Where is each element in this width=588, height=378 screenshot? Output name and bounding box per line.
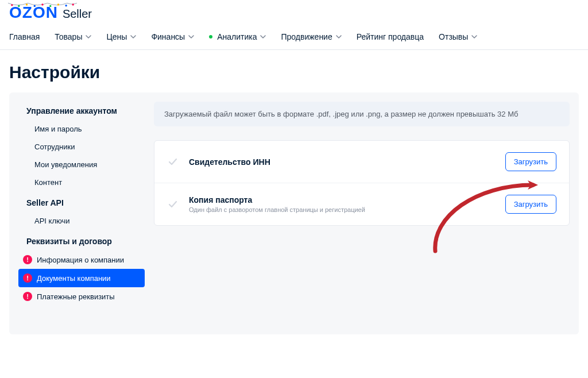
- sidebar-item[interactable]: !Информация о компании: [18, 250, 145, 269]
- sidebar-item[interactable]: Имя и пароль: [18, 120, 145, 138]
- check-icon: [167, 199, 179, 210]
- chevron-down-icon: [188, 34, 194, 40]
- check-icon: [167, 156, 179, 168]
- svg-point-7: [65, 5, 67, 6]
- nav-item-label: Рейтинг продавца: [357, 32, 424, 41]
- main-panel: Загружаемый файл может быть в формате .p…: [154, 102, 570, 308]
- chevron-down-icon: [336, 34, 342, 40]
- document-text: Копия паспортаОдин файл с разворотом гла…: [189, 195, 495, 213]
- nav-item-4[interactable]: Аналитика: [209, 24, 266, 49]
- upload-info-banner: Загружаемый файл может быть в формате .p…: [154, 102, 570, 126]
- document-row: Свидетельство ИННЗагрузить: [154, 141, 569, 183]
- sidebar-item-label: Информация о компании: [37, 256, 124, 264]
- header: OZON Seller: [0, 0, 588, 24]
- svg-point-1: [18, 5, 20, 7]
- sidebar-item-label: Имя и пароль: [34, 125, 82, 133]
- sidebar-item-label: Документы компании: [37, 274, 111, 283]
- top-nav: ГлавнаяТоварыЦеныФинансыАналитикаПродвиж…: [0, 24, 588, 50]
- documents-card: Свидетельство ИННЗагрузитьКопия паспорта…: [154, 140, 570, 226]
- sidebar-item-label: Платежные реквизиты: [37, 292, 115, 301]
- chevron-down-icon: [86, 34, 91, 40]
- svg-point-5: [49, 5, 51, 7]
- garland-decoration: [8, 1, 77, 8]
- sidebar-item-label: API ключи: [34, 217, 69, 225]
- svg-point-3: [34, 5, 36, 7]
- document-title: Свидетельство ИНН: [189, 157, 495, 167]
- nav-item-label: Цены: [106, 32, 127, 41]
- nav-item-0[interactable]: Главная: [9, 24, 40, 49]
- chevron-down-icon: [260, 34, 266, 40]
- upload-button[interactable]: Загрузить: [505, 195, 556, 214]
- sidebar-item[interactable]: API ключи: [18, 212, 145, 230]
- alert-badge-icon: !: [23, 255, 32, 264]
- sidebar-group-title: Seller API: [18, 194, 145, 212]
- nav-item-7[interactable]: Отзывы: [439, 24, 477, 49]
- nav-item-label: Товары: [55, 32, 82, 41]
- nav-item-5[interactable]: Продвижение: [281, 24, 341, 49]
- nav-item-1[interactable]: Товары: [55, 24, 91, 49]
- nav-item-label: Финансы: [151, 32, 185, 41]
- svg-point-0: [11, 4, 13, 6]
- nav-item-3[interactable]: Финансы: [151, 24, 194, 49]
- document-row: Копия паспортаОдин файл с разворотом гла…: [154, 183, 569, 225]
- alert-badge-icon: !: [23, 292, 32, 301]
- document-subtitle: Один файл с разворотом главной страницы …: [189, 206, 495, 213]
- nav-item-label: Главная: [9, 32, 40, 41]
- nav-item-label: Продвижение: [281, 32, 332, 41]
- document-title: Копия паспорта: [189, 195, 495, 205]
- chevron-down-icon: [130, 34, 136, 40]
- sidebar-group-title: Управление аккаунтом: [18, 102, 145, 120]
- sidebar-item-label: Контент: [34, 178, 62, 187]
- sidebar-item[interactable]: Мои уведомления: [18, 156, 145, 173]
- sidebar-item[interactable]: Сотрудники: [18, 138, 145, 156]
- nav-item-label: Аналитика: [217, 32, 257, 41]
- content-panel: Управление аккаунтомИмя и парольСотрудни…: [9, 92, 579, 334]
- sidebar-item[interactable]: !Документы компании: [18, 269, 145, 287]
- upload-button[interactable]: Загрузить: [505, 152, 556, 171]
- page-title: Настройки: [0, 50, 588, 92]
- alert-badge-icon: !: [23, 273, 32, 283]
- sidebar-group-title: Реквизиты и договор: [18, 232, 145, 250]
- logo-suffix: Seller: [63, 7, 92, 21]
- sidebar-item-label: Сотрудники: [34, 142, 75, 151]
- sidebar-item-label: Мои уведомления: [34, 160, 97, 169]
- svg-point-6: [57, 3, 59, 5]
- nav-item-2[interactable]: Цены: [106, 24, 136, 49]
- sidebar-item[interactable]: Контент: [18, 173, 145, 191]
- svg-point-4: [41, 3, 43, 5]
- settings-sidebar: Управление аккаунтомИмя и парольСотрудни…: [18, 102, 145, 308]
- svg-point-2: [26, 3, 28, 5]
- svg-point-8: [72, 3, 74, 5]
- document-text: Свидетельство ИНН: [189, 157, 495, 167]
- chevron-down-icon: [471, 34, 477, 40]
- sidebar-item[interactable]: !Платежные реквизиты: [18, 287, 145, 306]
- logo[interactable]: OZON Seller: [9, 5, 579, 21]
- nav-item-6[interactable]: Рейтинг продавца: [357, 24, 424, 49]
- nav-item-label: Отзывы: [439, 32, 468, 41]
